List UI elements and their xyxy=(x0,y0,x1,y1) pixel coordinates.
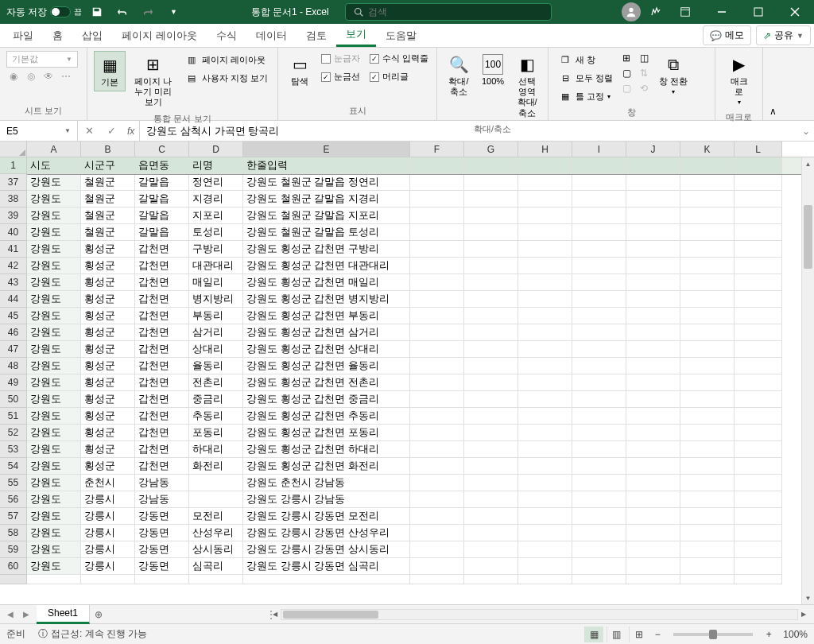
menu-tab-데이터[interactable]: 데이터 xyxy=(246,24,297,47)
cell[interactable] xyxy=(572,241,626,258)
cell[interactable] xyxy=(518,575,572,584)
cell[interactable] xyxy=(735,575,782,584)
add-sheet-button[interactable]: ⊕ xyxy=(90,609,107,620)
cell[interactable] xyxy=(410,358,464,374)
zoom-100-button[interactable]: 100100% xyxy=(477,51,509,90)
cell[interactable]: 강원도 xyxy=(27,491,81,508)
cell[interactable]: 갑천면 xyxy=(135,425,189,441)
cell[interactable]: 강원도 xyxy=(27,525,81,541)
cell[interactable] xyxy=(680,258,735,274)
cell[interactable] xyxy=(572,341,626,358)
cell[interactable] xyxy=(735,324,782,341)
cell[interactable]: 갑천면 xyxy=(135,358,189,374)
cell[interactable] xyxy=(518,525,572,541)
cell[interactable] xyxy=(735,341,782,358)
comments-button[interactable]: 💬메모 xyxy=(703,25,751,45)
cell[interactable]: 강원도 xyxy=(27,374,81,391)
cell[interactable] xyxy=(410,541,464,558)
cell[interactable]: 횡성군 xyxy=(81,341,135,358)
cell[interactable] xyxy=(518,174,572,191)
cell[interactable] xyxy=(680,374,735,391)
cell[interactable] xyxy=(735,274,782,291)
cell[interactable]: 강동면 xyxy=(135,525,189,541)
cell[interactable] xyxy=(410,441,464,458)
column-header-I[interactable]: I xyxy=(572,142,626,157)
view-pagebreak-button[interactable]: ⊞페이지 나누기 미리 보기 xyxy=(129,51,178,111)
cell[interactable] xyxy=(518,308,572,324)
row-header[interactable]: 37 xyxy=(0,174,27,191)
cell[interactable] xyxy=(572,291,626,308)
cell[interactable] xyxy=(464,308,518,324)
coming-soon-icon[interactable] xyxy=(645,2,666,22)
cell[interactable]: 횡성군 xyxy=(81,425,135,441)
column-header-J[interactable]: J xyxy=(626,142,680,157)
cell[interactable] xyxy=(626,491,680,508)
cell[interactable] xyxy=(735,508,782,525)
cell[interactable]: 강원도 횡성군 갑천면 포동리 xyxy=(243,425,410,441)
cell[interactable] xyxy=(735,224,782,241)
cell[interactable]: 병지방리 xyxy=(189,291,243,308)
cell[interactable] xyxy=(518,441,572,458)
cell[interactable] xyxy=(464,441,518,458)
cell[interactable]: 갈말읍 xyxy=(135,208,189,224)
row-header[interactable]: 48 xyxy=(0,358,27,374)
show-ruler-checkbox[interactable]: 눈금자 xyxy=(318,51,363,66)
cell[interactable] xyxy=(735,174,782,191)
show-headings-checkbox[interactable]: ✓머리글 xyxy=(366,69,432,84)
normal-view-icon[interactable]: ▦ xyxy=(584,627,603,642)
cell[interactable] xyxy=(464,291,518,308)
cell[interactable] xyxy=(626,324,680,341)
cell[interactable]: 하대리 xyxy=(189,441,243,458)
menu-tab-삽입[interactable]: 삽입 xyxy=(72,24,112,47)
autosave-toggle[interactable]: 자동 저장 끔 xyxy=(6,6,82,19)
cell[interactable] xyxy=(464,575,518,584)
cell[interactable] xyxy=(626,208,680,224)
cell[interactable]: 강원도 xyxy=(27,191,81,208)
cell[interactable]: 강동면 xyxy=(135,541,189,558)
cell[interactable]: 강원도 횡성군 갑천면 대관대리 xyxy=(243,258,410,274)
horizontal-scrollbar[interactable]: ◀ ▶ xyxy=(281,609,798,620)
cell[interactable] xyxy=(626,391,680,408)
cell[interactable]: 강릉시 xyxy=(81,525,135,541)
row-header[interactable]: 52 xyxy=(0,425,27,441)
cell[interactable]: 강원도 횡성군 갑천면 구방리 xyxy=(243,241,410,258)
pagelayout-view-icon[interactable]: ▥ xyxy=(607,627,626,642)
cell[interactable]: 강원도 강릉시 강동면 산성우리 xyxy=(243,525,410,541)
cell[interactable]: 강원도 xyxy=(27,258,81,274)
cell[interactable] xyxy=(680,157,735,174)
ribbon-options-icon[interactable] xyxy=(668,0,703,24)
cell[interactable] xyxy=(680,525,735,541)
cell[interactable]: 강원도 횡성군 갑천면 화전리 xyxy=(243,458,410,475)
cell[interactable]: 갑천면 xyxy=(135,258,189,274)
cell[interactable] xyxy=(464,491,518,508)
cell[interactable]: 갑천면 xyxy=(135,274,189,291)
cell[interactable]: 철원군 xyxy=(81,208,135,224)
zoom-selection-button[interactable]: ◧선택 영역 확대/축소 xyxy=(512,51,542,122)
cell[interactable] xyxy=(735,241,782,258)
cell[interactable] xyxy=(464,391,518,408)
cell[interactable] xyxy=(735,525,782,541)
cell[interactable] xyxy=(518,224,572,241)
cell[interactable] xyxy=(518,291,572,308)
cell[interactable]: 강릉시 xyxy=(81,541,135,558)
cell[interactable] xyxy=(410,525,464,541)
menu-tab-도움말[interactable]: 도움말 xyxy=(376,24,426,47)
cell[interactable]: 강남동 xyxy=(135,475,189,491)
cell[interactable]: 시군구 xyxy=(81,157,135,174)
cell[interactable] xyxy=(735,258,782,274)
cell[interactable] xyxy=(735,408,782,425)
row-header[interactable]: 53 xyxy=(0,441,27,458)
cell[interactable]: 강원도 춘천시 강남동 xyxy=(243,475,410,491)
cell[interactable] xyxy=(572,224,626,241)
view-custom-button[interactable]: ▤사용자 지정 보기 xyxy=(181,69,271,87)
cell[interactable] xyxy=(735,458,782,475)
cell[interactable]: 강동면 xyxy=(135,508,189,525)
cell[interactable] xyxy=(572,308,626,324)
cell[interactable] xyxy=(518,208,572,224)
cell[interactable]: 횡성군 xyxy=(81,258,135,274)
cell[interactable]: 강원도 철원군 갈말읍 지포리 xyxy=(243,208,410,224)
cell[interactable] xyxy=(626,408,680,425)
cell[interactable] xyxy=(680,241,735,258)
cell[interactable]: 강원도 xyxy=(27,475,81,491)
cell[interactable] xyxy=(735,208,782,224)
